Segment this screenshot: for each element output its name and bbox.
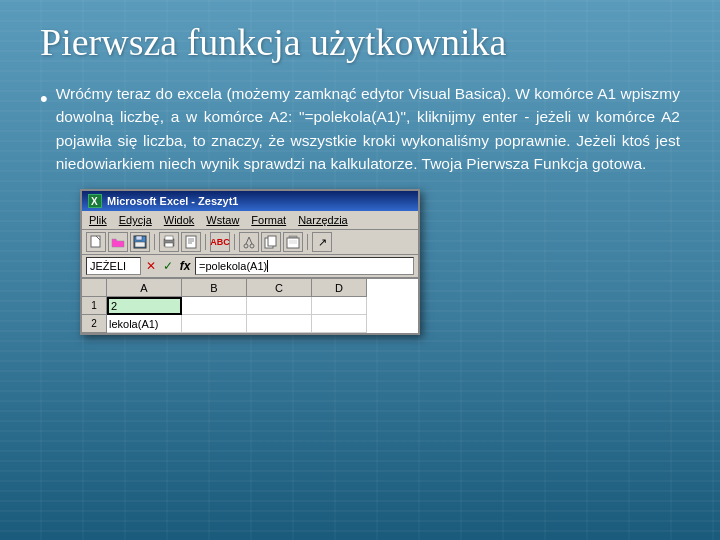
toolbar-save[interactable] — [130, 232, 150, 252]
bullet-text: Wróćmy teraz do excela (możemy zamknąć e… — [56, 82, 680, 175]
toolbar-sep4 — [307, 234, 308, 250]
toolbar-copy[interactable] — [261, 232, 281, 252]
excel-icon: X — [88, 194, 102, 208]
menu-format[interactable]: Format — [248, 213, 289, 227]
col-header-c: C — [247, 279, 312, 297]
table-row: 2 lekola(A1) — [82, 315, 418, 333]
corner-cell — [82, 279, 107, 297]
cell-c2[interactable] — [247, 315, 312, 333]
svg-rect-2 — [91, 236, 100, 247]
svg-point-14 — [244, 244, 248, 248]
toolbar-print[interactable] — [159, 232, 179, 252]
excel-toolbar: ABC — [82, 230, 418, 255]
toolbar-sep1 — [154, 234, 155, 250]
col-header-b: B — [182, 279, 247, 297]
slide-content: Pierwsza funkcja użytkownika • Wróćmy te… — [0, 0, 720, 355]
cancel-btn[interactable]: ✕ — [144, 259, 158, 273]
table-row: 1 2 — [82, 297, 418, 315]
formula-cursor — [267, 260, 268, 272]
svg-rect-6 — [135, 242, 145, 247]
name-box[interactable]: JEŻELI — [86, 257, 141, 275]
cell-c1[interactable] — [247, 297, 312, 315]
column-headers: A B C D — [82, 279, 418, 297]
svg-rect-9 — [165, 243, 173, 247]
col-header-d: D — [312, 279, 367, 297]
fx-btn[interactable]: fx — [178, 259, 192, 273]
toolbar-paste[interactable] — [283, 232, 303, 252]
formula-bar: JEŻELI ✕ ✓ fx =polekola(A1) — [82, 255, 418, 278]
svg-text:X: X — [91, 196, 98, 207]
toolbar-new[interactable] — [86, 232, 106, 252]
menu-narzedzia[interactable]: Narzędzia — [295, 213, 351, 227]
excel-menubar: Plik Edycja Widok Wstaw Format Narzędzia — [82, 211, 418, 230]
svg-point-15 — [250, 244, 254, 248]
excel-window: X Microsoft Excel - Zeszyt1 Plik Edycja … — [80, 189, 420, 335]
confirm-btn[interactable]: ✓ — [161, 259, 175, 273]
cell-b1[interactable] — [182, 297, 247, 315]
svg-rect-10 — [186, 236, 196, 248]
col-header-a: A — [107, 279, 182, 297]
toolbar-cut[interactable] — [239, 232, 259, 252]
svg-line-17 — [249, 237, 252, 244]
excel-grid: A B C D 1 2 2 lekola(A1) — [82, 278, 418, 333]
bullet-dot: • — [40, 84, 48, 115]
toolbar-preview[interactable] — [181, 232, 201, 252]
cell-a1[interactable]: 2 — [107, 297, 182, 315]
slide-title: Pierwsza funkcja użytkownika — [40, 20, 680, 64]
svg-rect-5 — [136, 236, 142, 240]
bullet-section: • Wróćmy teraz do excela (możemy zamknąć… — [40, 82, 680, 175]
svg-line-16 — [246, 237, 249, 244]
cell-a2[interactable]: lekola(A1) — [107, 315, 182, 333]
menu-wstaw[interactable]: Wstaw — [203, 213, 242, 227]
toolbar-open[interactable] — [108, 232, 128, 252]
svg-rect-8 — [165, 236, 173, 240]
menu-widok[interactable]: Widok — [161, 213, 198, 227]
toolbar-sep3 — [234, 234, 235, 250]
cell-d1[interactable] — [312, 297, 367, 315]
row-num-2: 2 — [82, 315, 107, 333]
toolbar-spell[interactable]: ABC — [210, 232, 230, 252]
toolbar-arrow[interactable]: ↗ — [312, 232, 332, 252]
cell-b2[interactable] — [182, 315, 247, 333]
excel-titlebar: X Microsoft Excel - Zeszyt1 — [82, 191, 418, 211]
row-num-1: 1 — [82, 297, 107, 315]
excel-title: Microsoft Excel - Zeszyt1 — [107, 195, 238, 207]
cell-d2[interactable] — [312, 315, 367, 333]
menu-edycja[interactable]: Edycja — [116, 213, 155, 227]
svg-rect-19 — [268, 236, 276, 246]
menu-plik[interactable]: Plik — [86, 213, 110, 227]
toolbar-sep2 — [205, 234, 206, 250]
formula-input[interactable]: =polekola(A1) — [195, 257, 414, 275]
